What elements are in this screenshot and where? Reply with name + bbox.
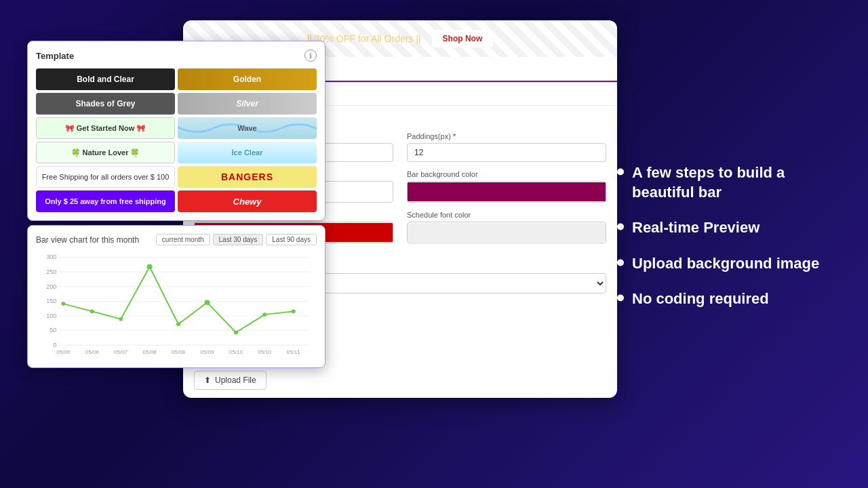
filter-current-month[interactable]: current month [156,234,210,245]
svg-text:100: 100 [46,312,56,319]
svg-text:300: 300 [46,254,56,261]
svg-point-26 [147,264,153,270]
bar-bg-color-swatch[interactable] [408,182,606,201]
template-item-shades-grey[interactable]: Shades of Grey [36,93,175,115]
svg-text:150: 150 [46,298,56,304]
template-item-wave[interactable]: Wave [178,117,317,139]
padding-label: Paddings(px) * [407,132,606,140]
svg-text:05/06: 05/06 [85,350,99,356]
bullet-text-0: A few steps to build a beautiful bar [632,163,841,202]
template-item-bangers[interactable]: BANGERS [178,166,317,188]
schedule-font-group: Schedule font color [407,211,606,243]
bullet-item-1: Real-time Preview [617,218,841,238]
bullet-item-2: Upload background image [617,253,841,273]
template-grid: Bold and Clear Golden Shades of Grey Sil… [36,68,317,212]
svg-point-29 [234,331,238,335]
template-item-golden[interactable]: Golden [178,68,317,90]
upload-icon: ⬆ [204,375,211,385]
chart-filters: current month Last 30 days Last 90 days [156,234,317,245]
chart-header: Bar view chart for this month current mo… [36,234,317,245]
svg-point-30 [262,312,267,317]
upload-file-button[interactable]: ⬆ Upload File [194,371,267,390]
template-item-get-started[interactable]: 🎀 Get Started Now 🎀 [36,117,175,139]
svg-point-25 [119,317,123,321]
gradient-blackfriday[interactable]: BlackFriday [507,322,606,349]
gradient-sales[interactable]: Sales [403,322,502,349]
svg-text:05/07: 05/07 [114,350,127,356]
svg-text:05/06: 05/06 [56,350,70,356]
schedule-font-label: Schedule font color [407,211,606,219]
svg-text:05/10: 05/10 [229,350,243,356]
svg-text:05/08: 05/08 [143,350,157,356]
filter-last-30[interactable]: Last 30 days [213,234,264,245]
template-item-nature-lover[interactable]: 🍀 Nature Lover 🍀 [36,142,175,163]
template-panel-title: Template [36,51,74,61]
template-item-bold-clear[interactable]: Bold and Clear [36,68,175,90]
padding-group: Paddings(px) * [407,132,606,162]
bullet-text-1: Real-time Preview [632,218,760,238]
svg-point-23 [61,302,65,306]
template-item-ice-clear[interactable]: Ice Clear [178,142,317,163]
filter-last-90[interactable]: Last 90 days [266,234,317,245]
bar-bg-color-wrapper [407,181,606,203]
svg-point-24 [90,310,94,314]
left-panel: Template ℹ Bold and Clear Golden Shades … [27,41,326,368]
svg-text:0: 0 [53,342,56,348]
bullet-item-3: No coding required [617,289,841,309]
bullet-dot-3 [617,295,624,302]
svg-text:05/10: 05/10 [258,350,272,356]
template-item-only-away[interactable]: Only $ 25 away from free shipping [36,190,175,212]
svg-text:05/09: 05/09 [200,350,214,356]
svg-text:05/11: 05/11 [287,350,300,356]
bullet-list: A few steps to build a beautiful bar Rea… [617,163,841,309]
bullet-dot-0 [617,169,624,176]
svg-point-27 [176,322,180,326]
template-item-silver[interactable]: Silver [178,93,317,115]
bullet-dot-1 [617,224,624,230]
chart-title: Bar view chart for this month [36,235,139,245]
template-header: Template ℹ [36,49,317,62]
template-item-chewy[interactable]: Chewy [178,190,317,212]
svg-text:50: 50 [50,327,56,334]
template-item-free-shipping[interactable]: Free Shipping for all orders over $ 100 [36,166,175,188]
svg-text:05/08: 05/08 [172,350,185,356]
svg-text:200: 200 [46,283,56,290]
bullet-dot-2 [617,259,624,266]
padding-input[interactable] [407,143,606,162]
bullet-item-0: A few steps to build a beautiful bar [617,163,841,202]
chart-panel: Bar view chart for this month current mo… [27,225,326,368]
right-panel: A few steps to build a beautiful bar Rea… [617,163,841,325]
schedule-font-swatch[interactable] [408,223,606,242]
bar-bg-color-group: Bar background color [407,170,606,203]
svg-point-28 [204,300,210,305]
info-icon[interactable]: ℹ [304,49,317,62]
preview-bar-btn[interactable]: Shop Now [432,30,494,47]
schedule-font-wrapper [407,222,606,243]
main-wrapper: Template ℹ Bold and Clear Golden Shades … [27,20,841,468]
svg-text:250: 250 [46,268,56,275]
bullet-text-3: No coding required [632,289,769,309]
chart-area: 300 250 200 150 100 50 0 05/06 05/06 05/… [36,251,317,359]
svg-point-31 [292,310,296,314]
bullet-text-2: Upload background image [632,253,819,273]
template-panel: Template ℹ Bold and Clear Golden Shades … [27,41,326,221]
chart-svg: 300 250 200 150 100 50 0 05/06 05/06 05/… [36,251,317,359]
bar-bg-color-label: Bar background color [407,170,606,178]
